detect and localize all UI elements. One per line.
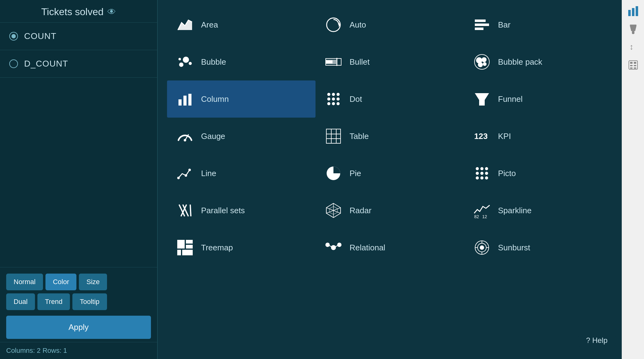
chart-item-table[interactable]: Table [316,118,464,155]
chart-item-bullet[interactable]: Bullet [316,43,464,80]
bottom-controls: Normal Color Size Dual Trend Tooltip App… [0,267,157,342]
svg-rect-19 [178,99,182,106]
chart-label-gauge: Gauge [201,132,225,141]
radio-count-fill [11,34,16,38]
svg-rect-3 [475,19,486,22]
line-icon [176,164,194,183]
svg-point-43 [188,169,191,171]
svg-point-24 [337,93,340,96]
parallel-sets-icon [176,201,194,220]
chart-label-picto: Picto [498,169,516,178]
svg-point-29 [332,102,335,105]
chart-label-funnel: Funnel [498,94,523,104]
chart-item-parallel-sets[interactable]: Parallel sets [167,192,316,229]
help-button[interactable]: ? Help [577,331,616,350]
chart-item-line[interactable]: Line [167,155,316,192]
svg-text:↕: ↕ [629,42,633,51]
brush-sidebar-icon[interactable] [625,21,641,37]
svg-rect-34 [326,129,341,143]
table-icon [324,127,343,145]
chart-label-table: Table [350,132,369,141]
chart-item-picto[interactable]: Picto [464,155,612,192]
chart-label-sunburst: Sunburst [498,243,530,253]
svg-rect-70 [186,245,193,249]
svg-point-51 [476,176,479,180]
svg-point-48 [476,172,479,175]
sunburst-icon [473,238,491,257]
svg-point-50 [485,172,488,175]
metric-item-count[interactable]: COUNT [0,23,157,50]
svg-point-42 [185,174,187,177]
svg-point-25 [327,97,330,101]
chart-item-bubble-pack[interactable]: Bubble pack [464,43,612,80]
svg-point-23 [332,93,335,96]
bubble-icon [176,53,194,71]
funnel-icon [473,90,491,108]
radio-count[interactable] [9,32,18,41]
svg-rect-95 [630,67,633,69]
svg-rect-4 [475,24,489,26]
svg-point-28 [327,102,330,105]
chart-label-parallel-sets: Parallel sets [201,206,245,215]
auto-icon [324,15,343,34]
svg-point-6 [179,63,183,67]
chart-label-line: Line [201,169,216,178]
svg-rect-71 [177,250,181,255]
metric-item-dcount[interactable]: D_COUNT [0,50,157,78]
chart-item-bubble[interactable]: Bubble [167,43,316,80]
chart-label-sparkline: Sparkline [498,206,531,215]
chart-label-kpi: KPI [498,132,511,141]
svg-rect-87 [636,6,638,16]
chart-label-bubble-pack: Bubble pack [498,57,542,67]
svg-text:12: 12 [482,214,487,219]
svg-point-46 [480,167,483,170]
eye-icon[interactable]: 👁 [107,7,116,17]
svg-rect-69 [186,240,193,244]
bullet-icon [324,53,343,71]
chart-item-pie[interactable]: Pie [316,155,464,192]
svg-rect-68 [177,240,185,249]
chart-item-dot[interactable]: Dot [316,80,464,118]
radio-dcount[interactable] [9,59,18,68]
apply-button[interactable]: Apply [6,316,151,339]
tooltip-button[interactable]: Tooltip [72,293,107,310]
svg-point-22 [327,93,330,96]
normal-button[interactable]: Normal [6,274,43,290]
chart-label-area: Area [201,20,218,30]
chart-item-kpi[interactable]: 123 ÷ KPI [464,118,612,155]
sort-sidebar-icon[interactable]: ↕ [625,39,641,55]
chart-label-relational: Relational [350,243,385,253]
svg-point-9 [178,58,181,60]
color-button[interactable]: Color [45,274,77,290]
chart-item-sparkline[interactable]: 82 12 Sparkline [464,192,612,229]
chart-item-radar[interactable]: Radar [316,192,464,229]
size-button[interactable]: Size [79,274,107,290]
bar-chart-sidebar-icon[interactable] [625,3,641,19]
status-text: Columns: 2 Rows: 1 [6,347,67,354]
svg-marker-31 [475,93,489,106]
dual-button[interactable]: Dual [6,293,35,310]
chart-label-bar: Bar [498,20,510,30]
chart-item-sunburst[interactable]: Sunburst [464,229,612,266]
picto-icon [473,164,491,183]
chart-item-auto[interactable]: Auto [316,6,464,43]
chart-item-treemap[interactable]: Treemap [167,229,316,266]
svg-rect-91 [630,62,633,64]
chart-label-bullet: Bullet [350,57,370,67]
area-icon [176,15,194,34]
svg-point-1 [327,18,340,32]
calc-sidebar-icon[interactable] [625,57,641,73]
svg-point-8 [189,62,192,65]
bubble-pack-icon [473,53,491,71]
svg-point-7 [183,57,189,63]
chart-item-gauge[interactable]: Gauge [167,118,316,155]
chart-item-relational[interactable]: Relational [316,229,464,266]
chart-item-area[interactable]: Area [167,6,316,43]
chart-item-column[interactable]: Column [167,80,316,118]
radar-icon [324,201,343,220]
chart-item-bar[interactable]: Bar [464,6,612,43]
chart-label-auto: Auto [350,20,366,30]
trend-button[interactable]: Trend [37,293,70,310]
chart-item-funnel[interactable]: Funnel [464,80,612,118]
svg-rect-96 [634,67,636,69]
